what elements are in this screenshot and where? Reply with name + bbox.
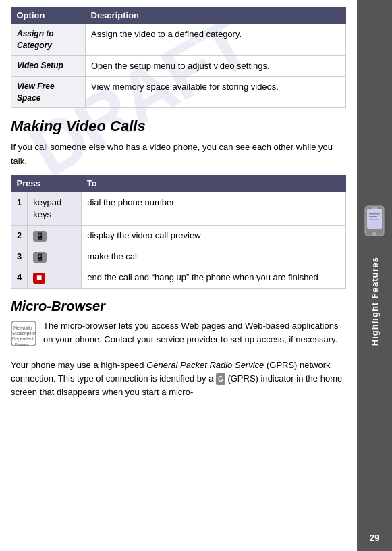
table-row: 3 📱 make the call [11,246,346,267]
phone-icon [362,205,387,239]
micro-browser-body: Your phone may use a high-speed General … [11,359,346,399]
option-cell: View Free Space [11,76,86,108]
sidebar: Highlight Features 29 [357,0,392,551]
svg-point-7 [372,232,376,236]
table-row: 4 ⏹ end the call and “hang up” the phone… [11,267,346,288]
press-table: Press To 1 keypad keys dial the phone nu… [11,175,346,289]
press-key: 📱 [28,226,82,246]
svg-rect-11 [369,219,379,220]
end-key-icon: ⏹ [33,273,45,284]
svg-rect-8 [371,207,378,209]
svg-rect-9 [369,213,380,215]
making-video-calls-intro: If you call someone else who has a video… [11,140,346,167]
svg-text:Subscription: Subscription [12,331,36,336]
network-note-text: The micro-browser lets you access Web pa… [43,319,346,346]
table-row: Video Setup Open the setup menu to adjus… [11,55,346,76]
table-row: 1 keypad keys dial the phone number [11,192,346,225]
press-key: keypad keys [28,192,82,225]
network-dependent-icon: Network/ Subscription Dependent Feature [11,321,36,346]
svg-text:Dependent: Dependent [12,336,34,342]
to-col-header: To [82,175,346,192]
step-number: 3 [11,246,28,267]
description-cell: Assign the video to a defined category. [86,24,346,56]
action-description: dial the phone number [82,192,346,225]
call-key-icon: 📱 [33,252,47,263]
table-row: 2 📱 display the video call preview [11,226,346,246]
table-row: View Free Space View memory space availa… [11,76,346,108]
step-number: 4 [11,267,28,288]
svg-rect-10 [369,216,377,217]
step-number: 1 [11,192,28,225]
description-cell: View memory space available for storing … [86,76,346,108]
action-description: display the video call preview [82,226,346,246]
page-wrapper: DRAFT Option Description Assign to Categ… [0,0,392,551]
press-key: ⏹ [28,267,82,288]
action-description: make the call [82,246,346,267]
option-cell: Assign to Category [11,24,86,56]
micro-browser-heading: Micro-Browser [11,298,346,314]
table-row: Assign to Category Assign the video to a… [11,24,346,56]
svg-text:Network/: Network/ [13,325,32,330]
description-cell: Open the setup menu to adjust video sett… [86,55,346,76]
option-col-header: Option [11,7,86,24]
option-table: Option Description Assign to Category As… [11,7,346,108]
action-description: end the call and “hang up” the phone whe… [82,267,346,288]
main-content: DRAFT Option Description Assign to Categ… [0,0,357,551]
step-number: 2 [11,226,28,246]
making-video-calls-heading: Making Video Calls [11,117,346,135]
svg-text:Feature: Feature [15,342,29,346]
network-note-row: Network/ Subscription Dependent Feature … [11,319,346,353]
option-cell: Video Setup [11,55,86,76]
press-col-header: Press [11,175,82,192]
call-key-icon: 📱 [33,231,47,242]
gprs-indicator-icon: G [216,373,225,386]
page-number: 29 [370,533,379,543]
sidebar-title: Highlight Features [370,257,380,346]
press-key: 📱 [28,246,82,267]
description-col-header: Description [86,7,346,24]
